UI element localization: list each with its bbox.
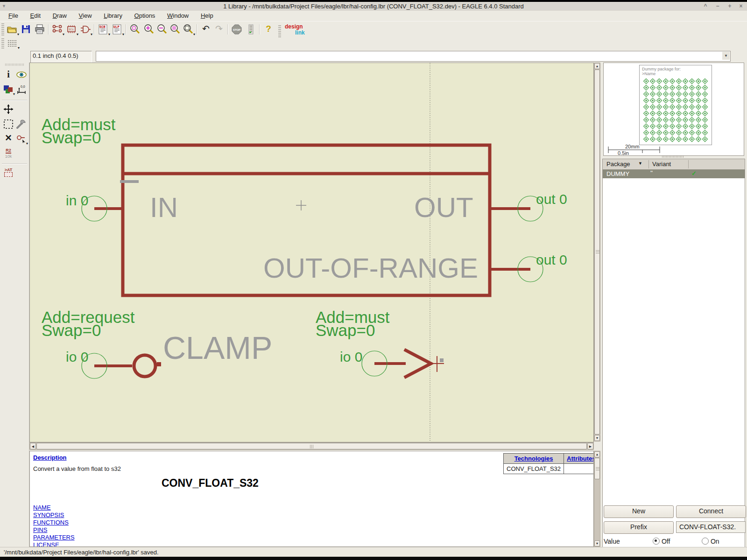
help-icon[interactable]: ? <box>262 23 275 35</box>
attr-swap-left[interactable]: Swap=0 <box>42 321 101 339</box>
title-bar[interactable]: ▼ 1 Library - /mnt/bulkdata/Project File… <box>0 2 747 11</box>
attr-swap-top[interactable]: Swap=0 <box>42 128 101 147</box>
menu-options[interactable]: Options <box>133 11 157 19</box>
scroll-left-icon[interactable]: ◀ <box>30 443 36 449</box>
canvas-hscroll-thumb[interactable] <box>36 443 587 449</box>
script-icon[interactable]: SCR ▾ <box>97 23 109 35</box>
change-wrench-tool[interactable] <box>16 119 27 130</box>
gate-text-out[interactable]: OUT <box>414 192 473 223</box>
value-off-radio[interactable]: Off <box>653 538 670 545</box>
delete-tool[interactable]: × <box>3 133 14 144</box>
stop-icon[interactable]: STOP <box>231 23 243 35</box>
menu-library[interactable]: Library <box>102 11 124 19</box>
new-button[interactable]: New <box>604 505 674 518</box>
chevron-down-icon[interactable]: ▼ <box>722 52 730 60</box>
menu-window[interactable]: Window <box>165 11 190 19</box>
package-column-header[interactable]: Package <box>606 161 630 168</box>
attributes-header[interactable]: Attributes <box>564 454 594 464</box>
link-name[interactable]: NAME <box>33 504 51 511</box>
go-icon[interactable] <box>245 23 257 35</box>
pin-label-out0-bottom[interactable]: out 0 <box>536 252 567 267</box>
gate-text-clamp[interactable]: CLAMP <box>163 330 272 365</box>
gate-text-in[interactable]: IN <box>150 192 178 223</box>
package-row-dummy[interactable]: DUMMY '' ✓ <box>603 169 745 178</box>
pin-clock-marker[interactable] <box>404 350 431 378</box>
symbol-icon[interactable]: ▾ <box>79 23 92 35</box>
device-icon[interactable]: ▾ <box>51 23 63 35</box>
pin-label-in0[interactable]: in 0 <box>66 193 88 208</box>
zoom-redraw-icon[interactable]: ▾ <box>182 23 194 35</box>
gate-text-out-of-range[interactable]: OUT-OF-RANGE <box>263 252 478 284</box>
schematic-canvas[interactable]: IN OUT OUT-OF-RANGE CLAMP Add=must Swap=… <box>29 63 594 442</box>
canvas-vscrollbar[interactable]: ▲ ▼ <box>594 63 600 441</box>
move-tool[interactable] <box>3 104 14 115</box>
panel-splitter[interactable] <box>662 156 684 158</box>
minimize-button[interactable]: − <box>712 3 723 10</box>
link-parameters[interactable]: PARAMETERS <box>33 534 75 541</box>
canvas-vscroll-thumb[interactable] <box>594 70 600 434</box>
pin-tool[interactable]: ▾ <box>16 133 27 145</box>
link-functions[interactable]: FUNCTIONS <box>33 519 69 526</box>
maximize-button[interactable]: + <box>725 3 735 10</box>
pin-inversion-bubble[interactable] <box>134 355 155 377</box>
save-icon[interactable] <box>20 23 32 35</box>
menu-edit[interactable]: Edit <box>28 11 42 19</box>
pin-label-out0-top[interactable]: out 0 <box>536 191 567 207</box>
description-link[interactable]: Description <box>33 454 67 461</box>
desc-scroll-down-icon[interactable]: ▼ <box>594 540 600 546</box>
canvas-hscrollbar[interactable]: ◀ ▶ <box>29 442 594 450</box>
grid-icon[interactable]: ▾ <box>7 39 19 49</box>
toolbar-grip-2[interactable] <box>278 23 281 37</box>
redo-icon[interactable]: ↷ <box>213 23 225 35</box>
info-tool[interactable]: i <box>3 69 14 80</box>
desc-scroll-up-icon[interactable]: ▲ <box>594 451 600 457</box>
mark-tool[interactable]: 0,0 <box>16 84 27 95</box>
value-on-radio[interactable]: On <box>702 538 719 545</box>
group-select-tool[interactable] <box>3 119 14 130</box>
link-synopsis[interactable]: SYNOPSIS <box>33 511 64 518</box>
design-link-logo[interactable]: design link <box>285 24 313 36</box>
variant-column-header[interactable]: Variant <box>652 161 671 168</box>
sort-chevron-icon[interactable]: ▼ <box>638 161 642 166</box>
pin-label-io0-right[interactable]: io 0 <box>340 349 362 364</box>
scroll-up-icon[interactable]: ▲ <box>594 63 600 69</box>
zoom-in-icon[interactable] <box>143 23 155 35</box>
package-icon[interactable]: IC1 ▾ <box>65 23 78 35</box>
toolbar-grip[interactable] <box>1 21 4 35</box>
technologies-header[interactable]: Technologies <box>504 454 564 464</box>
description-vscrollbar[interactable]: ▲ ▼ <box>594 451 600 547</box>
scroll-right-icon[interactable]: ▶ <box>587 443 593 449</box>
shade-button[interactable]: ^ <box>700 3 711 10</box>
menu-file[interactable]: File <box>7 11 20 19</box>
link-pins[interactable]: PINS <box>33 526 47 533</box>
display-layers-tool[interactable]: ▾ <box>3 84 14 95</box>
name-tool[interactable]: R2 10k <box>3 147 14 159</box>
pin-label-io0-left[interactable]: io 0 <box>66 349 88 364</box>
toolbar-grip-3[interactable] <box>1 37 4 49</box>
attributes-cell[interactable] <box>564 464 594 474</box>
menu-draw[interactable]: Draw <box>51 11 69 19</box>
link-license[interactable]: LICENSE <box>33 541 59 547</box>
command-line-combo[interactable]: ▼ <box>96 51 731 62</box>
zoom-out-icon[interactable] <box>156 23 168 35</box>
open-icon[interactable]: ▾ <box>6 23 18 35</box>
palette-grip[interactable] <box>5 63 24 66</box>
origin-cross-icon <box>296 200 306 210</box>
ulp-icon[interactable]: ULP ▾ <box>111 23 123 35</box>
attribute-tool[interactable]: >AT <box>3 167 14 178</box>
desc-vscroll-thumb[interactable] <box>594 458 600 479</box>
close-button[interactable]: × <box>736 3 746 10</box>
scroll-down-icon[interactable]: ▼ <box>594 435 600 441</box>
menu-view[interactable]: View <box>77 11 94 19</box>
prefix-button[interactable]: Prefix <box>604 521 674 534</box>
prefix-field[interactable]: CONV-FLOAT-S32. <box>676 521 746 533</box>
connect-button[interactable]: Connect <box>676 505 746 518</box>
print-icon[interactable] <box>34 23 46 35</box>
menu-help[interactable]: Help <box>199 11 215 19</box>
zoom-fit-icon[interactable] <box>129 23 141 35</box>
attr-swap-right[interactable]: Swap=0 <box>316 321 375 339</box>
undo-icon[interactable]: ↶ <box>200 23 212 35</box>
zoom-select-icon[interactable] <box>169 23 181 35</box>
technology-row[interactable]: CONV_FLOAT_S32 <box>504 464 564 474</box>
show-eye-tool[interactable] <box>16 69 27 80</box>
